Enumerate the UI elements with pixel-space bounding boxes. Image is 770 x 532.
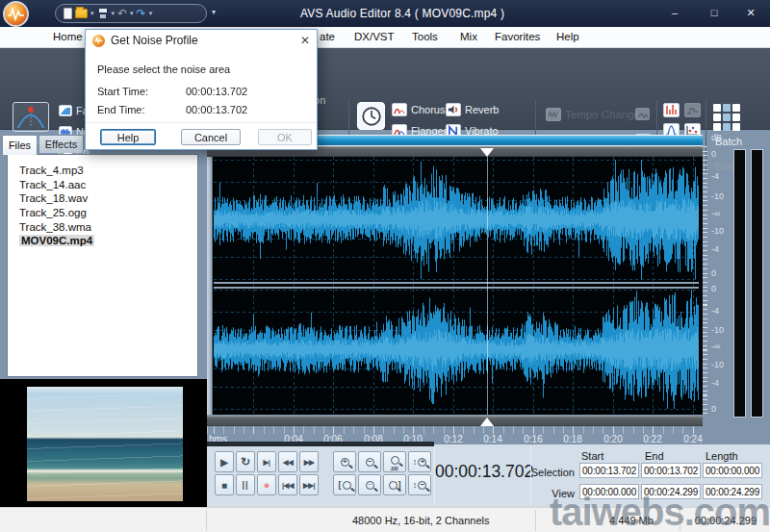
list-item[interactable]: Track_4.mp3 <box>8 164 197 178</box>
save-icon[interactable] <box>97 8 109 19</box>
echo-icon[interactable] <box>357 102 385 130</box>
fade-icon <box>59 105 72 116</box>
end-time-label: End Time: <box>97 104 145 115</box>
go-end-button[interactable]: ▶▶| <box>299 474 319 495</box>
current-time-display: 00:00:13.702 <box>435 462 529 482</box>
list-item[interactable]: Track_25.ogg <box>8 206 197 220</box>
reverb-button[interactable]: Reverb <box>446 103 499 116</box>
reverb-icon <box>446 103 461 116</box>
column-header-length: Length <box>706 450 738 462</box>
menu-help[interactable]: Help <box>556 31 579 42</box>
list-item-selected[interactable]: MOV09C.mp4 <box>8 234 197 248</box>
column-header-start: Start <box>581 450 603 462</box>
menu-mix[interactable]: Mix <box>460 31 477 42</box>
stop-button[interactable]: ■ <box>215 474 234 495</box>
batch-icon[interactable] <box>713 104 742 131</box>
zoom-selection-start-button[interactable]: [ <box>333 474 356 495</box>
chorus-button[interactable]: Chorus <box>392 103 445 116</box>
level-meter-left <box>733 149 746 418</box>
selection-start-field[interactable]: 00:00:13.702 <box>579 463 639 478</box>
pause-button[interactable]: || <box>236 474 255 495</box>
open-dropdown-icon[interactable]: ▾ <box>90 10 94 17</box>
menu-dxvst[interactable]: DX/VST <box>354 31 395 42</box>
level-meter-right <box>751 149 763 418</box>
waveform-vertical-scrollbar[interactable] <box>207 157 213 415</box>
dialog-close-icon[interactable]: ✕ <box>300 34 310 47</box>
video-preview-frame <box>27 387 183 501</box>
zoom-100-button[interactable]: 100 <box>383 451 406 472</box>
selection-end-field[interactable]: 00:00:13.702 <box>641 463 701 478</box>
tempo-extra-icon[interactable] <box>635 108 650 120</box>
go-start-button[interactable]: |◀◀ <box>278 474 297 495</box>
loop-button[interactable]: ↻ <box>236 451 255 472</box>
play-file-button[interactable]: ▶| <box>257 451 276 472</box>
list-item[interactable]: Track_14.aac <box>8 178 197 192</box>
menu-tools[interactable]: Tools <box>412 31 438 42</box>
transport-controls: ▶ ↻ ▶| ◀◀ ▶▶ ■ || ● |◀◀ ▶▶| <box>215 451 319 495</box>
new-file-icon[interactable] <box>64 8 72 19</box>
zoom-selection-button[interactable]: ·· <box>358 474 381 495</box>
bottom-marker-bar[interactable] <box>207 416 703 426</box>
rewind-button[interactable]: ◀◀ <box>278 451 297 472</box>
audio-format-status: 48000 Hz, 16-bit, 2 Channels <box>352 515 489 526</box>
maximize-button[interactable]: □ <box>706 5 723 20</box>
zoom-selection-end-button[interactable]: ] <box>383 474 406 495</box>
tab-effects[interactable]: Effects <box>38 135 84 153</box>
minimize-button[interactable]: – <box>666 5 683 20</box>
panel-edge <box>207 442 434 446</box>
cursor-marker-top[interactable] <box>480 148 494 157</box>
zoom-selection-end-icon <box>389 481 398 490</box>
undo-dropdown-icon[interactable]: ▾ <box>130 10 134 17</box>
zoom-out-icon: − <box>366 458 374 467</box>
selection-length-field[interactable]: 00:00:00.000 <box>703 463 762 478</box>
redo-icon[interactable]: ↷ <box>137 8 146 19</box>
dialog-title: Get Noise Profile <box>111 34 198 47</box>
menu-home[interactable]: Home <box>53 31 83 42</box>
save-dropdown-icon[interactable]: ▾ <box>112 10 116 17</box>
video-preview-panel <box>0 379 207 507</box>
redo-dropdown-icon[interactable]: ▾ <box>149 10 153 17</box>
amplify-icon[interactable] <box>13 102 49 132</box>
start-time-label: Start Time: <box>97 86 148 97</box>
zoom-vertical-in-icon: + <box>418 458 426 467</box>
zoom-vertical-in-button[interactable]: ↕ + <box>408 451 431 472</box>
list-item[interactable]: Track_38.wma <box>8 219 197 234</box>
tempo-change-button[interactable]: Tempo Change <box>546 108 640 121</box>
dialog-title-bar[interactable]: Get Noise Profile ✕ <box>86 30 317 51</box>
db-ruler: dB 0 -4 -10 -∞ -10 -4 0 0 -4 -10 -∞ -10 … <box>703 133 732 418</box>
zoom-out-button[interactable]: − <box>358 451 381 472</box>
zoom-100-icon: 100 <box>391 456 399 465</box>
tab-files[interactable]: Files <box>2 135 38 155</box>
waveform-canvas[interactable] <box>214 157 699 415</box>
menu-favorites[interactable]: Favorites <box>495 31 540 42</box>
tempo-change-icon <box>546 108 561 121</box>
file-list[interactable]: Track_4.mp3 Track_14.aac Track_18.wav Tr… <box>7 154 198 377</box>
ok-button[interactable]: OK <box>258 129 312 145</box>
zoom-selection-icon: ·· <box>366 481 374 490</box>
help-button[interactable]: Help <box>100 129 156 145</box>
filter-fft-icon[interactable] <box>663 103 680 117</box>
zoom-in-icon: + <box>341 458 349 467</box>
column-header-end: End <box>645 450 664 462</box>
avs-audio-editor-window: ▾ ▾ ↶ ▾ ↷ ▾ ▾ AVS Audio Editor 8.4 ( MOV… <box>0 0 770 532</box>
cursor-marker-bottom[interactable] <box>480 418 494 426</box>
zoom-controls: + − 100 ↕ + [ ·· ] ↕ − <box>333 451 431 495</box>
zoom-vertical-out-button[interactable]: ↕ − <box>408 474 431 495</box>
toolbar-customize-icon[interactable]: ▾ <box>212 8 216 16</box>
menu-generate-fragment[interactable]: ate <box>320 31 335 42</box>
open-folder-icon[interactable] <box>75 9 88 18</box>
play-button[interactable]: ▶ <box>215 451 234 472</box>
app-logo-icon <box>3 1 29 27</box>
quick-access-toolbar: ▾ ▾ ↶ ▾ ↷ ▾ <box>55 4 207 23</box>
zoom-in-button[interactable]: + <box>333 451 356 472</box>
filter-disabled-icon[interactable] <box>684 103 701 117</box>
cancel-button[interactable]: Cancel <box>181 129 241 145</box>
list-item[interactable]: Track_18.wav <box>8 191 197 206</box>
forward-button[interactable]: ▶▶ <box>299 451 319 472</box>
end-time-value: 00:00:13.702 <box>186 104 247 115</box>
close-button[interactable]: ✕ <box>742 5 759 20</box>
dialog-message: Please select the noise area <box>97 63 230 75</box>
record-button[interactable]: ● <box>257 474 276 495</box>
title-bar: ▾ ▾ ↶ ▾ ↷ ▾ ▾ AVS Audio Editor 8.4 ( MOV… <box>0 0 770 27</box>
undo-icon[interactable]: ↶ <box>117 8 127 19</box>
